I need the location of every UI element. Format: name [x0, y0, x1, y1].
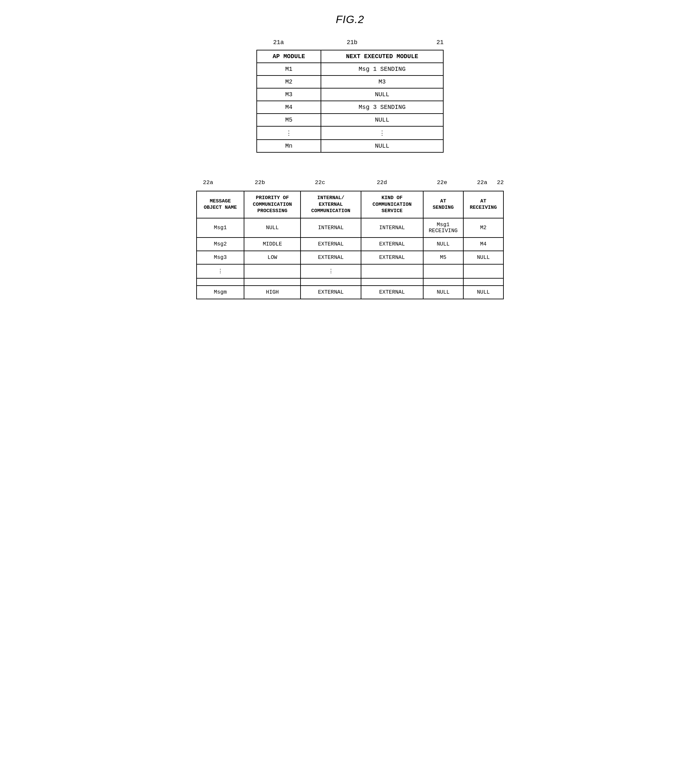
table21-cell-b: NULL	[321, 113, 443, 126]
table22-cell-d	[361, 264, 423, 278]
table21-cell-b: NULL	[321, 140, 443, 152]
table21-header-col-a: AP MODULE	[257, 50, 321, 63]
table22-cell-e: Msg1RECEIVING	[423, 218, 463, 238]
table22-cell-f: NULL	[463, 286, 503, 299]
table22-cell-b: MIDDLE	[244, 238, 300, 251]
table22-cell-c: EXTERNAL	[300, 238, 361, 251]
table22-cell-a	[197, 278, 244, 286]
table-row: ⋮⋮	[257, 126, 443, 140]
table22-cell-c: EXTERNAL	[300, 286, 361, 299]
table21-header-row: AP MODULE NEXT EXECUTED MODULE	[257, 50, 443, 63]
section-22: 22a 22b 22c 22d 22e 22a 22 MESSAGEOBJECT…	[196, 180, 504, 299]
table22-cell-d: EXTERNAL	[361, 251, 423, 264]
table21-cell-b: M3	[321, 75, 443, 88]
table22-header-b: PRIORITY OFCOMMUNICATIONPROCESSING	[244, 191, 300, 218]
table21-cell-a: M4	[257, 101, 321, 113]
table-row: M4Msg 3 SENDING	[257, 101, 443, 113]
table22-cell-b	[244, 264, 300, 278]
table-row: M2M3	[257, 75, 443, 88]
table-row: M3NULL	[257, 88, 443, 101]
table22-cell-d	[361, 278, 423, 286]
table22-cell-f: M4	[463, 238, 503, 251]
label-21b: 21b	[347, 39, 357, 46]
label-21: 21	[436, 39, 443, 46]
table-row: Msg1NULLINTERNALINTERNALMsg1RECEIVINGM2	[197, 218, 503, 238]
label-22a-2: 22a	[477, 180, 487, 186]
table-row: Msg3LOWEXTERNALEXTERNALM5NULL	[197, 251, 503, 264]
page-title: FIG.2	[336, 13, 364, 26]
table22-cell-c: ⋮	[300, 264, 361, 278]
table21-cell-a: Mn	[257, 140, 321, 152]
table22-cell-a: ⋮	[197, 264, 244, 278]
table21-cell-a: M5	[257, 113, 321, 126]
table-21: AP MODULE NEXT EXECUTED MODULE M1Msg 1 S…	[257, 50, 443, 153]
label-22e: 22e	[437, 180, 447, 186]
table22-cell-e	[423, 264, 463, 278]
table22-cell-f: M2	[463, 218, 503, 238]
table22-cell-c: INTERNAL	[300, 218, 361, 238]
table22-cell-b: HIGH	[244, 286, 300, 299]
table22-cell-a: Msg2	[197, 238, 244, 251]
table21-labels: 21a 21b 21	[257, 39, 443, 48]
table22-cell-b	[244, 278, 300, 286]
table-row: MnNULL	[257, 140, 443, 152]
table22-header-f: ATRECEIVING	[463, 191, 503, 218]
table21-cell-a: ⋮	[257, 126, 321, 140]
table22-cell-e: M5	[423, 251, 463, 264]
table-22: MESSAGEOBJECT NAME PRIORITY OFCOMMUNICAT…	[196, 191, 504, 299]
table21-cell-a: M3	[257, 88, 321, 101]
table22-cell-d: EXTERNAL	[361, 286, 423, 299]
label-22: 22	[497, 180, 504, 186]
table-row: ⋮⋮	[197, 264, 503, 278]
table22-cell-c: EXTERNAL	[300, 251, 361, 264]
table-row: Msg2MIDDLEEXTERNALEXTERNALNULLM4	[197, 238, 503, 251]
table21-cell-a: M2	[257, 75, 321, 88]
table22-header-e: ATSENDING	[423, 191, 463, 218]
table22-labels: 22a 22b 22c 22d 22e 22a 22	[196, 180, 504, 190]
table-row: M1Msg 1 SENDING	[257, 63, 443, 75]
table22-cell-a: Msg1	[197, 218, 244, 238]
table21-cell-a: M1	[257, 63, 321, 75]
table22-header-c: INTERNAL/EXTERNALCOMMUNICATION	[300, 191, 361, 218]
table22-cell-a: Msgm	[197, 286, 244, 299]
table21-header-col-b: NEXT EXECUTED MODULE	[321, 50, 443, 63]
table22-cell-f	[463, 278, 503, 286]
table22-cell-e	[423, 278, 463, 286]
table22-cell-b: NULL	[244, 218, 300, 238]
table22-cell-d: INTERNAL	[361, 218, 423, 238]
table22-cell-b: LOW	[244, 251, 300, 264]
table-row: MsgmHIGHEXTERNALEXTERNALNULLNULL	[197, 286, 503, 299]
label-21a: 21a	[273, 39, 284, 46]
table22-cell-c	[300, 278, 361, 286]
label-22c: 22c	[315, 180, 325, 186]
table-row: M5NULL	[257, 113, 443, 126]
table22-header-row: MESSAGEOBJECT NAME PRIORITY OFCOMMUNICAT…	[197, 191, 503, 218]
table22-header-a: MESSAGEOBJECT NAME	[197, 191, 244, 218]
table22-cell-e: NULL	[423, 238, 463, 251]
label-22b: 22b	[255, 180, 265, 186]
table22-cell-f	[463, 264, 503, 278]
section-21: 21a 21b 21 AP MODULE NEXT EXECUTED MODUL…	[257, 39, 443, 153]
table21-cell-b: NULL	[321, 88, 443, 101]
table22-header-d: KIND OFCOMMUNICATIONSERVICE	[361, 191, 423, 218]
table22-cell-f: NULL	[463, 251, 503, 264]
label-22d: 22d	[377, 180, 387, 186]
table-row	[197, 278, 503, 286]
table22-cell-a: Msg3	[197, 251, 244, 264]
table21-cell-b: ⋮	[321, 126, 443, 140]
table22-cell-d: EXTERNAL	[361, 238, 423, 251]
label-22a-1: 22a	[203, 180, 213, 186]
table21-cell-b: Msg 3 SENDING	[321, 101, 443, 113]
table22-cell-e: NULL	[423, 286, 463, 299]
table21-cell-b: Msg 1 SENDING	[321, 63, 443, 75]
